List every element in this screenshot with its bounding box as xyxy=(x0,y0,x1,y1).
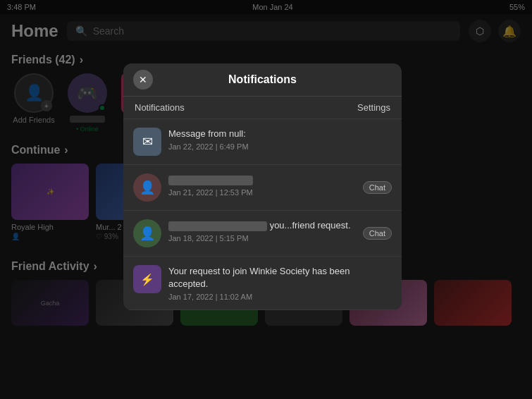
modal-header: ✕ Notifications xyxy=(123,63,402,97)
notif-avatar-2: 👤 xyxy=(133,219,161,247)
notif-content-3: Your request to join Winkie Society has … xyxy=(168,265,392,301)
notification-item-1[interactable]: 👤 Jan 21, 2022 | 12:53 PM Chat xyxy=(123,165,402,211)
notif-content-2: you...friend request. Jan 18, 2022 | 5:1… xyxy=(168,219,392,243)
group-icon: ⚡ xyxy=(140,273,154,286)
notif-time-2: Jan 18, 2022 | 5:15 PM xyxy=(168,234,392,243)
modal-close-button[interactable]: ✕ xyxy=(133,70,153,90)
notif-text-3: Your request to join Winkie Society has … xyxy=(168,265,392,290)
notif-time-0: Jan 22, 2022 | 6:49 PM xyxy=(168,142,392,151)
notif-avatar-3: ⚡ xyxy=(133,265,161,293)
message-icon: ✉ xyxy=(142,134,153,149)
notif-content-1: Jan 21, 2022 | 12:53 PM xyxy=(168,173,392,197)
notif-text-span-0: Message from null: xyxy=(168,128,246,139)
notif-time-3: Jan 17, 2022 | 11:02 AM xyxy=(168,293,392,301)
notifications-list: ✉ Message from null: Jan 22, 2022 | 6:49… xyxy=(123,119,402,310)
notif-avatar-1: 👤 xyxy=(133,173,161,202)
notif-time-1: Jan 21, 2022 | 12:53 PM xyxy=(168,188,392,197)
redacted-name-1 xyxy=(168,176,253,185)
modal-settings-button[interactable]: Settings xyxy=(357,102,390,113)
notifications-modal: ✕ Notifications Notifications Settings ✉… xyxy=(123,63,402,310)
chat-badge-1: Chat xyxy=(363,181,392,194)
notification-item-3[interactable]: ⚡ Your request to join Winkie Society ha… xyxy=(123,257,402,310)
notification-item-0[interactable]: ✉ Message from null: Jan 22, 2022 | 6:49… xyxy=(123,119,402,165)
notif-content-0: Message from null: Jan 22, 2022 | 6:49 P… xyxy=(168,128,392,151)
notif-text-2: you...friend request. xyxy=(168,219,392,232)
notif-avatar-0: ✉ xyxy=(133,128,161,156)
notif-text-0: Message from null: xyxy=(168,128,392,140)
friend-request-text: you...friend request. xyxy=(270,220,351,231)
modal-tab-notifications[interactable]: Notifications xyxy=(135,102,185,113)
close-icon: ✕ xyxy=(139,74,147,85)
notification-item-2[interactable]: 👤 you...friend request. Jan 18, 2022 | 5… xyxy=(123,211,402,257)
chat-badge-2: Chat xyxy=(363,227,392,240)
modal-title: Notifications xyxy=(228,73,297,86)
person1-icon: 👤 xyxy=(140,180,155,195)
notif-text-1 xyxy=(168,173,392,186)
redacted-name-2 xyxy=(168,221,267,231)
person2-icon: 👤 xyxy=(140,226,155,241)
modal-tabs: Notifications Settings xyxy=(123,97,402,119)
